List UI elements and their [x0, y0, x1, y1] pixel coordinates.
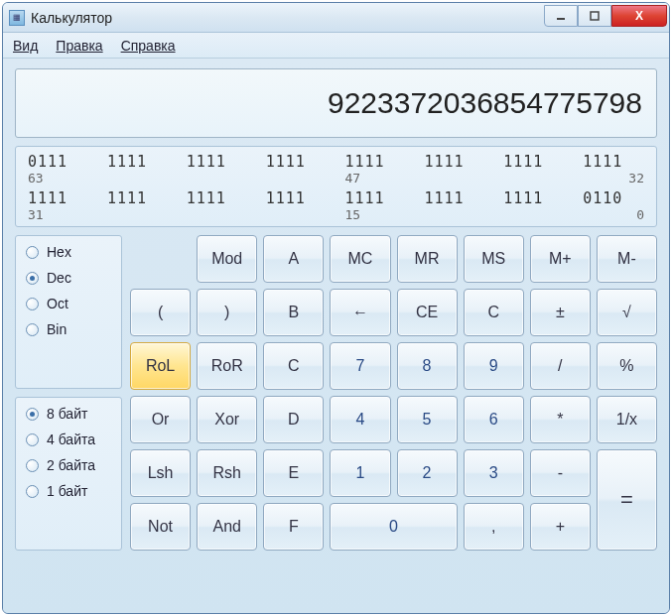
maximize-button[interactable]	[578, 5, 611, 27]
bit-group[interactable]: 1111	[107, 153, 169, 171]
key-d[interactable]: D	[263, 396, 324, 443]
key-comma[interactable]: ,	[464, 503, 524, 551]
radio-hex[interactable]: Hex	[26, 244, 111, 260]
key-mminus[interactable]: M-	[597, 235, 657, 283]
radio-icon	[26, 246, 39, 259]
calculator-window: ▦ Калькулятор X Вид Правка Справка 92233…	[2, 2, 670, 614]
bit-group[interactable]: 1111	[345, 153, 407, 171]
radio-label: 1 байт	[47, 483, 87, 499]
menu-view[interactable]: Вид	[13, 38, 38, 54]
key-ror[interactable]: RoR	[197, 342, 257, 390]
key-d7[interactable]: 7	[330, 342, 390, 390]
key-rparen[interactable]: )	[197, 289, 257, 336]
bit-group[interactable]: 1111	[583, 153, 644, 171]
bit-group[interactable]: 1111	[187, 189, 248, 207]
radio-8byte[interactable]: 8 байт	[26, 406, 111, 422]
bit-group[interactable]: 1111	[345, 189, 407, 207]
minimize-button[interactable]	[544, 5, 578, 27]
key-d4[interactable]: 4	[330, 396, 390, 443]
radio-dec[interactable]: Dec	[26, 270, 111, 286]
radio-icon	[26, 433, 39, 446]
titlebar[interactable]: ▦ Калькулятор X	[3, 3, 669, 33]
key-or[interactable]: Or	[130, 396, 191, 443]
radio-2byte[interactable]: 2 байта	[26, 457, 111, 473]
key-lparen[interactable]: (	[130, 289, 191, 336]
key-d8[interactable]: 8	[397, 342, 458, 390]
bit-group[interactable]: 1111	[503, 153, 565, 171]
key-ms[interactable]: MS	[464, 235, 524, 283]
key-eq[interactable]: =	[597, 449, 657, 551]
keypad: ModAMCMRMSM+M-()B←CEC±√RoLRoRC789/%OrXor…	[130, 235, 657, 551]
key-and[interactable]: And	[197, 503, 257, 551]
key-sub[interactable]: -	[530, 449, 591, 497]
bit-group[interactable]: 1111	[424, 189, 485, 207]
menu-help[interactable]: Справка	[121, 38, 176, 54]
bit-group[interactable]: 0110	[583, 189, 644, 207]
key-cC[interactable]: C	[263, 342, 324, 390]
bit-group[interactable]: 1111	[503, 189, 565, 207]
key-rol[interactable]: RoL	[130, 342, 191, 390]
key-d0[interactable]: 0	[330, 503, 457, 551]
bit-group[interactable]: 1111	[424, 153, 485, 171]
key-mr[interactable]: MR	[397, 235, 458, 283]
client-area: 9223372036854775798 0111 1111 1111 1111 …	[3, 59, 669, 613]
radio-label: 8 байт	[47, 406, 87, 422]
key-d2[interactable]: 2	[397, 449, 458, 497]
radio-label: Dec	[47, 270, 71, 286]
key-not[interactable]: Not	[130, 503, 191, 551]
radio-bin[interactable]: Bin	[26, 321, 111, 337]
bit-group[interactable]: 1111	[28, 189, 89, 207]
key-f[interactable]: F	[263, 503, 324, 551]
svg-rect-1	[591, 12, 599, 20]
radio-label: Oct	[47, 296, 68, 311]
radio-label: Hex	[47, 244, 71, 260]
menu-edit[interactable]: Правка	[56, 38, 102, 54]
key-e[interactable]: E	[263, 449, 324, 497]
key-back[interactable]: ←	[330, 289, 390, 336]
key-div[interactable]: /	[530, 342, 591, 390]
radio-icon	[26, 459, 39, 472]
key-rsh[interactable]: Rsh	[197, 449, 257, 497]
bit-group[interactable]: 1111	[266, 189, 328, 207]
bit-group[interactable]: 1111	[187, 153, 248, 171]
radio-icon	[26, 272, 39, 285]
bits-row-low: 1111 1111 1111 1111 1111 1111 1111 0110	[28, 189, 644, 207]
key-d9[interactable]: 9	[464, 342, 524, 390]
key-xor[interactable]: Xor	[197, 396, 257, 443]
key-mod[interactable]: Mod	[197, 235, 257, 283]
key-d3[interactable]: 3	[464, 449, 524, 497]
window-controls: X	[544, 5, 667, 27]
key-c[interactable]: C	[464, 289, 524, 336]
radio-1byte[interactable]: 1 байт	[26, 483, 111, 499]
bit-group[interactable]: 1111	[266, 153, 328, 171]
key-d1[interactable]: 1	[330, 449, 390, 497]
bits-index-high: 63 47 32	[28, 171, 644, 185]
lower-area: Hex Dec Oct Bin	[15, 235, 657, 551]
radio-oct[interactable]: Oct	[26, 296, 111, 311]
bits-row-high: 0111 1111 1111 1111 1111 1111 1111 1111	[28, 153, 644, 171]
key-sqrt[interactable]: √	[597, 289, 657, 336]
word-group: 8 байт 4 байта 2 байта 1 байт	[15, 397, 122, 551]
radio-label: 4 байта	[47, 431, 95, 447]
key-b[interactable]: B	[263, 289, 324, 336]
bit-index: 15	[345, 207, 407, 222]
key-inv[interactable]: 1/x	[597, 396, 657, 443]
radio-4byte[interactable]: 4 байта	[26, 431, 111, 447]
key-add[interactable]: +	[530, 503, 591, 551]
key-mul[interactable]: *	[530, 396, 591, 443]
bit-group[interactable]: 0111	[28, 153, 89, 171]
key-d5[interactable]: 5	[397, 396, 458, 443]
svg-rect-0	[557, 18, 565, 20]
key-pm[interactable]: ±	[530, 289, 591, 336]
key-lsh[interactable]: Lsh	[130, 449, 191, 497]
bit-group[interactable]: 1111	[107, 189, 169, 207]
key-mplus[interactable]: M+	[530, 235, 591, 283]
key-pct[interactable]: %	[597, 342, 657, 390]
key-a[interactable]: A	[263, 235, 324, 283]
key-mc[interactable]: MC	[330, 235, 390, 283]
key-ce[interactable]: CE	[397, 289, 458, 336]
radio-icon	[26, 408, 39, 421]
radio-icon	[26, 485, 39, 498]
key-d6[interactable]: 6	[464, 396, 524, 443]
close-button[interactable]: X	[611, 5, 667, 27]
